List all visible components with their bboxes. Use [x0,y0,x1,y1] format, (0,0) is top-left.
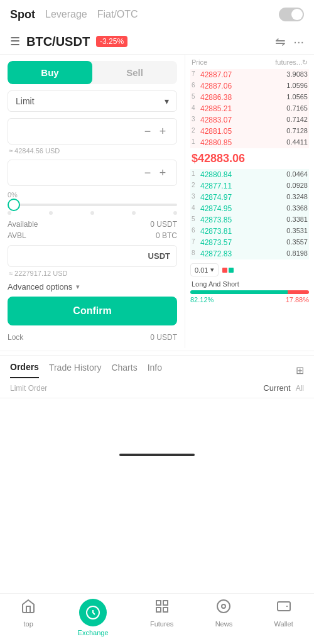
confirm-button[interactable]: Confirm [8,297,177,325]
current-label: Current [263,383,290,393]
change-badge: -3.25% [96,36,127,47]
sell-order-5[interactable]: 5 42886.38 1.0565 [190,92,309,103]
price-increment-icon[interactable]: + [155,124,170,139]
svg-rect-4 [163,608,168,612]
nav-exchange[interactable]: Exchange [78,599,109,636]
slider-thumb[interactable] [8,199,20,211]
avbl-row: AVBL 0 BTC [8,231,177,240]
order-type-select[interactable]: Limit ▾ [8,90,177,112]
sell-order-3[interactable]: 3 42883.07 0.7142 [190,114,309,126]
tab-orders[interactable]: Orders [10,362,39,378]
depth-dot-green [229,268,234,273]
sell-order-7[interactable]: 7 42887.07 3.9083 [190,69,309,80]
total-currency-label: USDT [148,251,170,261]
pair-name[interactable]: BTC/USDT [26,35,90,49]
buy-3-price: 42874.97 [200,193,286,202]
sell-1-num: 1 [192,138,200,147]
bottom-tabs-container: Orders Trade History Charts Info ⊞ Limit… [0,351,314,398]
sell-order-6[interactable]: 6 42887.06 1.0596 [190,80,309,92]
slider-dot-75 [132,211,136,215]
slider-section: 0% [8,191,177,215]
sell-3-price: 42883.07 [200,116,286,124]
limit-order-sublabel: Limit Order [10,384,47,393]
toggle-button[interactable] [279,8,304,21]
news-icon [216,599,231,618]
depth-value: 0.01 [195,266,208,274]
buy-8-price: 42872.83 [200,249,286,258]
tab-trade-history[interactable]: Trade History [49,363,102,378]
nav-news-label: News [215,620,233,628]
buy-order-1[interactable]: 1 42880.84 0.0464 [190,169,309,180]
pair-icons: ⇋ ··· [275,34,304,49]
nav-top[interactable]: top [21,599,36,636]
nav-news[interactable]: News [215,599,233,636]
short-percent: 17.88% [286,296,309,303]
more-icon[interactable]: ··· [293,35,304,49]
advanced-options-chevron-icon: ▾ [76,283,80,291]
order-book: Price futures...↻ 7 42887.07 3.9083 6 42… [185,55,314,348]
buy-order-8[interactable]: 8 42872.83 0.8198 [190,248,309,259]
buy-order-4[interactable]: 4 42874.95 0.3368 [190,203,309,214]
adjustments-icon[interactable]: ⇋ [275,34,286,49]
sell-order-2[interactable]: 2 42881.05 0.7128 [190,126,309,137]
buy-2-num: 2 [192,182,200,190]
buy-tab[interactable]: Buy [8,61,92,84]
buy-order-6[interactable]: 6 42873.81 0.3531 [190,226,309,237]
nav-fiat-otc[interactable]: Fiat/OTC [97,9,138,20]
total-input[interactable]: 2227917.12 [14,251,148,261]
lock-row: Lock 0 USDT [8,333,177,342]
buy-order-5[interactable]: 5 42873.85 0.3381 [190,214,309,226]
nav-futures[interactable]: Futures [150,599,173,636]
nav-exchange-label: Exchange [78,629,109,636]
buy-order-7[interactable]: 7 42873.57 0.3557 [190,237,309,248]
avbl-value: 0 BTC [156,231,177,240]
nav-leverage[interactable]: Leverage [45,9,87,20]
quantity-input[interactable]: 52 [14,168,140,178]
depth-dot-red [222,268,227,273]
sell-4-amount: 0.7165 [286,104,308,113]
filter-icon[interactable]: ☰ [10,35,20,48]
buy-3-num: 3 [192,193,200,202]
bottom-tabs: Orders Trade History Charts Info ⊞ [0,355,314,378]
long-bar-fill [190,290,288,294]
order-type-chevron: ▾ [165,96,169,106]
quantity-input-row: 52 − + [8,160,177,186]
tab-charts[interactable]: Charts [111,363,137,378]
sell-4-num: 4 [192,104,200,113]
buy-order-2[interactable]: 2 42877.11 0.0928 [190,180,309,192]
avbl-label: AVBL [8,231,26,240]
advanced-options[interactable]: Advanced options ▾ [8,282,177,292]
nav-wallet[interactable]: Wallet [274,599,293,636]
pair-header: ☰ BTC/USDT -3.25% ⇋ ··· [0,29,314,55]
nav-spot[interactable]: Spot [10,8,35,21]
sell-6-num: 6 [192,82,200,90]
sell-order-1[interactable]: 1 42880.85 0.4411 [190,137,309,148]
qty-decrement-icon[interactable]: − [140,165,155,180]
buy-6-amount: 0.3531 [286,227,308,236]
futures-icon [154,599,170,618]
sell-tab[interactable]: Sell [92,61,177,84]
buy-7-amount: 0.3557 [286,238,308,247]
order-type-label: Limit [16,96,35,106]
slider-track[interactable] [8,204,177,206]
depth-dots [222,268,234,273]
tab-info[interactable]: Info [148,363,162,378]
svg-point-6 [222,604,225,608]
tab-options-icon[interactable]: ⊞ [296,364,304,376]
sell-3-amount: 0.7142 [286,116,308,124]
qty-increment-icon[interactable]: + [155,165,170,180]
home-indicator [0,449,314,461]
price-input[interactable]: 42844.56 [14,126,140,137]
total-approx: ≈ 2227917.12 USD [8,270,177,277]
current-price[interactable]: $42883.06 [190,148,309,169]
price-decrement-icon[interactable]: − [140,124,155,139]
sell-7-amount: 3.9083 [286,70,308,79]
buy-order-3[interactable]: 3 42874.97 0.3248 [190,192,309,203]
buy-6-price: 42873.81 [200,227,286,236]
sell-order-4[interactable]: 4 42885.21 0.7165 [190,103,309,114]
slider-dot-25 [49,211,53,215]
buy-4-price: 42874.95 [200,204,286,213]
bottom-nav-spacer [0,398,314,449]
available-label: Available [8,220,38,229]
depth-select[interactable]: 0.01 ▾ [190,263,219,276]
